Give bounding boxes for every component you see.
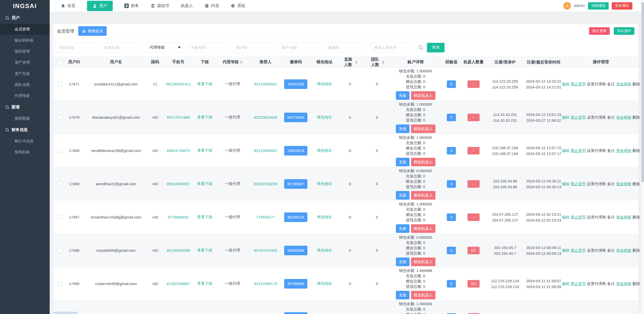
header-agent-level[interactable]: 代理等级 [220,57,245,67]
cell-phone-link[interactable]: 82136209298 [163,234,193,267]
set-agent-link[interactable]: 设置代理商 [587,114,606,120]
ban-withdraw-link[interactable]: 禁止提币 [571,114,586,120]
invite-code-badge[interactable]: 92795807 [284,179,307,189]
invite-code-badge[interactable]: 80169115 [284,212,307,222]
recharge-button[interactable]: 充值 [396,91,409,100]
fund-details-link[interactable]: 资金明细 [616,214,631,220]
remark-link[interactable]: 备注 [607,247,615,254]
agent-level-select[interactable]: 代理等级 [146,43,184,53]
sidebar-section-graph[interactable]: 图谱 [0,101,50,113]
cell-referrer-link[interactable]: 85767076303 [250,234,281,267]
ban-withdraw-link[interactable]: 禁止提币 [571,181,586,187]
export-selected-button[interactable]: 导出选中 [614,27,634,35]
remark-link[interactable]: 备注 [607,81,615,87]
cell-referrer-link[interactable]: 82213504501 [250,134,281,167]
start-date-input[interactable] [55,43,98,53]
sidebar-item-member-management[interactable]: 会员管理 [0,24,50,35]
nav-robots[interactable]: 机器人 [181,3,193,9]
gift-robot-button[interactable]: 赠送机器人 [411,291,435,299]
nav-home[interactable]: 首页 [61,3,75,9]
sidebar-item-captcha-list[interactable]: 验证码列表 [0,35,50,46]
gift-robot-button[interactable]: 赠送机器人 [411,258,435,266]
user-id-input[interactable] [233,43,275,53]
delete-link[interactable]: 删除 [632,247,640,254]
current-user[interactable]: admin [574,4,585,8]
invite-code-badge[interactable]: 14923014 [284,146,307,155]
gift-robot-button[interactable]: 赠送机器人 [411,191,435,200]
remark-link[interactable]: 备注 [607,114,615,120]
recharge-button[interactable]: 充值 [396,291,409,299]
sort-carets-icon[interactable] [240,60,243,64]
ban-withdraw-link[interactable]: 禁止提币 [571,214,586,220]
ban-login-button[interactable]: 禁止登录 [589,27,610,35]
remark-link[interactable]: 备注 [607,281,615,287]
view-subordinates-link[interactable]: 查看下级 [192,167,217,200]
recharge-button[interactable]: 充值 [396,191,409,200]
remark-link[interactable]: 备注 [607,148,615,154]
add-member-button[interactable]: 新增会员 [78,26,107,36]
sidebar-item-asset-recharge[interactable]: 资产充值 [0,68,50,79]
edit-link[interactable]: 编辑 [562,247,569,254]
user-name-input[interactable] [279,43,321,53]
end-date-input[interactable] [101,43,143,53]
delete-link[interactable]: 删除 [632,81,640,87]
sidebar-item-referral-graph[interactable]: 推荐图谱 [0,113,50,124]
edit-link[interactable]: 编辑 [562,114,569,120]
set-agent-link[interactable]: 设置代理商 [587,181,606,187]
sidebar-item-asset-management[interactable]: 资产管理 [0,57,50,68]
fund-details-link[interactable]: 资金明细 [616,247,631,254]
horizontal-scrollbar-thumb[interactable] [53,312,78,314]
cell-referrer-link[interactable]: 82213504501 [250,68,281,101]
cell-phone-link[interactable]: 81282108887 [163,267,193,300]
sort-carets-icon[interactable] [355,60,358,64]
view-subordinates-link[interactable]: 查看下级 [192,134,217,167]
cell-referrer-link[interactable]: 82137990179 [250,267,281,300]
delete-link[interactable]: 删除 [632,181,640,187]
cell-referrer-link[interactable]: 83161553239 [250,167,281,200]
delete-link[interactable]: 删除 [632,281,640,287]
logout-button[interactable]: 安全退出 [612,2,632,10]
view-subordinates-link[interactable]: 查看下级 [192,201,217,234]
gift-robot-button[interactable]: 赠送机器人 [411,124,435,133]
cell-referrer-link[interactable]: 774505177 [250,201,281,234]
recharge-button[interactable]: 充值 [396,258,409,266]
invite-code-input[interactable] [324,43,367,53]
wallet-address-link[interactable]: 钱包地址 [312,134,337,167]
sidebar-item-agent-level[interactable]: 代理等级 [0,90,50,101]
nav-finance[interactable]: ¥ 财务 [124,3,139,9]
set-agent-link[interactable]: 设置代理商 [587,81,606,87]
sidebar-section-finance[interactable]: 财务信息 [0,124,50,136]
remark-link[interactable]: 备注 [607,214,615,220]
sidebar-item-disabled-list[interactable]: 禁用列表 [0,147,50,158]
cell-phone-link[interactable] [163,300,193,314]
remark-link[interactable]: 备注 [607,181,615,187]
gift-robot-button[interactable]: 赠送机器人 [411,224,435,233]
recharge-button[interactable]: 充值 [396,124,409,133]
ban-withdraw-link[interactable]: 禁止提币 [571,148,586,154]
referrer-phone-input[interactable] [371,43,413,53]
sidebar-item-bank-card-info[interactable]: 银行卡信息 [0,136,50,147]
nav-crypto[interactable]: 虚拟币 [151,3,169,9]
view-subordinates-link[interactable]: 查看下级 [192,234,217,267]
edit-link[interactable]: 编辑 [562,181,569,187]
wallet-address-link[interactable]: 钱包地址 [312,68,337,101]
invite-code-badge[interactable] [284,312,307,314]
fund-details-link[interactable]: 资金明细 [616,181,631,187]
cell-referrer-link[interactable]: 82220624434 [250,101,281,134]
sidebar-section-users[interactable]: 用户 [0,12,50,24]
wallet-address-link[interactable]: 钱包地址 [312,101,337,134]
invite-code-badge[interactable]: 04275843 [284,113,307,122]
fund-details-link[interactable]: 资金明细 [616,114,631,120]
wallet-address-link[interactable]: 钱包地址 [312,300,337,314]
wallet-address-link[interactable]: 钱包地址 [312,201,337,234]
delete-link[interactable]: 删除 [632,148,640,154]
vertical-scrollbar[interactable] [641,0,644,314]
clear-cache-button[interactable]: 清除缓存 [588,2,609,10]
set-agent-link[interactable]: 设置代理商 [587,148,606,154]
search-button[interactable]: 查询 [427,43,445,52]
nav-users[interactable]: 用户 [87,1,113,11]
edit-link[interactable]: 编辑 [562,214,569,220]
view-subordinates-link[interactable]: 查看下级 [192,267,217,300]
cell-phone-link[interactable]: 081265561411 [163,68,193,101]
header-direct-count[interactable]: 直推人数 [342,57,358,67]
